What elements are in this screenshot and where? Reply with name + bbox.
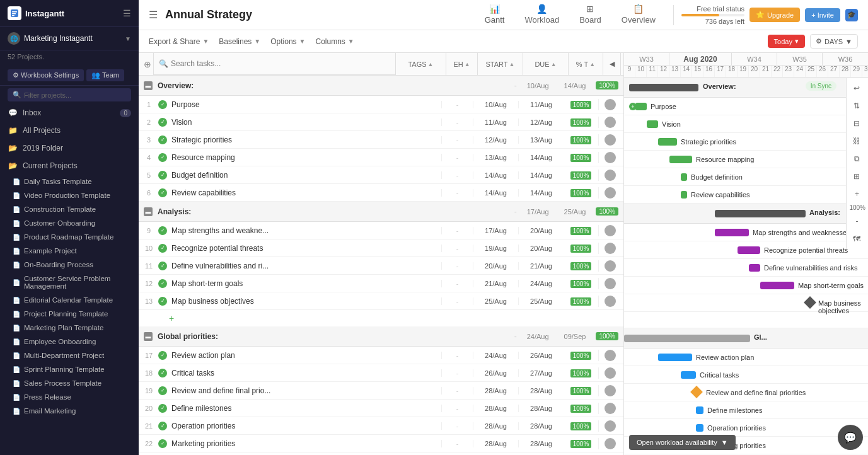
sidebar-project-press-release[interactable]: 📄 Press Release — [0, 390, 139, 404]
workload-availability-button[interactable]: Open workload availability ▼ — [629, 435, 736, 450]
task-name[interactable]: Resource mapping — [169, 153, 441, 162]
sort-tool-btn[interactable]: ⇅ — [849, 98, 864, 113]
task-check[interactable]: ✓ — [156, 188, 169, 197]
add-analysis-task-row[interactable]: + — [139, 310, 623, 326]
upgrade-button[interactable]: ⭐ Upgrade — [749, 8, 800, 22]
sidebar-item-inbox[interactable]: 💬 Inbox 0 — [0, 104, 139, 122]
col-header-tags[interactable]: TAGS ▲ — [396, 53, 446, 75]
task-check[interactable]: ✓ — [156, 351, 169, 360]
tab-overview[interactable]: 📋 Overview — [611, 0, 666, 33]
project-doc-icon-10: 📄 — [13, 311, 20, 318]
task-name[interactable]: Operation priorities — [169, 422, 441, 430]
team-btn[interactable]: 👥 Team — [86, 69, 124, 81]
sidebar-project-email-marketing[interactable]: 📄 Email Marketing — [0, 404, 139, 418]
group-overview-header[interactable]: ▬ Overview: - 10/Aug 14/Aug 100% — [139, 76, 623, 96]
col-header-start[interactable]: START ▲ — [478, 53, 523, 75]
filter-tool-btn[interactable]: ⊟ — [849, 116, 864, 131]
baselines-btn[interactable]: Baselines ▼ — [219, 37, 260, 46]
add-col-btn[interactable]: ⊕ — [141, 53, 154, 75]
task-name[interactable]: Define milestones — [169, 404, 441, 413]
filter-projects-input[interactable] — [24, 91, 126, 99]
link-tool-btn[interactable]: ⛓ — [849, 134, 864, 149]
sidebar-item-2019-folder[interactable]: 📂 2019 Folder — [0, 139, 139, 157]
sidebar-collapse-icon[interactable]: ☰ — [123, 8, 131, 18]
copy-tool-btn[interactable]: ⧉ — [849, 151, 864, 166]
sidebar-project-product-roadmap[interactable]: 📄 Product Roadmap Template — [0, 230, 139, 244]
task-check[interactable]: ✓ — [156, 244, 169, 253]
col-header-pct[interactable]: % T ▲ — [569, 53, 603, 75]
task-name[interactable]: Map short-term goals — [169, 279, 441, 288]
workbook-settings-btn[interactable]: ⚙ Workbook Settings — [8, 69, 84, 81]
task-check[interactable]: ✓ — [156, 369, 169, 377]
task-name[interactable]: Review capabilities — [169, 188, 441, 197]
invite-button[interactable]: + Invite — [805, 8, 840, 22]
task-check[interactable]: ✓ — [156, 262, 169, 270]
task-name[interactable]: Map strengths and weakne... — [169, 226, 441, 235]
sidebar-project-daily-tasks[interactable]: 📄 Daily Tasks Template — [0, 175, 139, 188]
task-check[interactable]: ✓ — [156, 118, 169, 127]
chat-bubble-btn[interactable]: 💬 — [838, 425, 863, 450]
sidebar-item-current-projects[interactable]: 📂 Current Projects — [0, 157, 139, 175]
task-name[interactable]: Budget definition — [169, 171, 441, 180]
sidebar-project-customer-onboarding[interactable]: 📄 Customer Onboarding — [0, 216, 139, 230]
search-input[interactable] — [171, 59, 390, 68]
task-check[interactable]: ✓ — [156, 226, 169, 235]
sidebar-project-video-production[interactable]: 📄 Video Production Template — [0, 188, 139, 202]
task-check[interactable]: ✓ — [156, 404, 169, 413]
col-header-due[interactable]: DUE ▲ — [523, 53, 569, 75]
days-button[interactable]: ⚙ DAYS ▼ — [810, 34, 858, 49]
task-name[interactable]: Review action plan — [169, 351, 441, 360]
tab-workload[interactable]: 👤 Workload — [514, 0, 569, 33]
sidebar-project-onboarding-process[interactable]: 📄 On-Boarding Process — [0, 258, 139, 272]
org-switcher[interactable]: 🌐 Marketing Instagantt ▼ — [0, 27, 139, 50]
sidebar-project-multi-department[interactable]: 📄 Multi-Department Project — [0, 348, 139, 362]
task-name[interactable]: Recognize potential threats — [169, 244, 441, 253]
tab-board[interactable]: ⊞ Board — [569, 0, 611, 33]
sidebar-project-construction[interactable]: 📄 Construction Template — [0, 202, 139, 216]
group-global-header[interactable]: ▬ Global priorities: - 24/Aug 09/Sep 100… — [139, 326, 623, 347]
task-name[interactable]: Vision — [169, 118, 441, 127]
task-pct: 100% — [564, 351, 598, 360]
sidebar-project-marketing-plan[interactable]: 📄 Marketing Plan Template — [0, 321, 139, 335]
group-analysis-header[interactable]: ▬ Analysis: - 17/Aug 25/Aug 100% — [139, 202, 623, 222]
sidebar-item-all-projects[interactable]: 📁 All Projects — [0, 122, 139, 139]
task-name[interactable]: Marketing priorities — [169, 439, 441, 448]
task-name[interactable]: Purpose — [169, 100, 441, 109]
task-check[interactable]: ✓ — [156, 135, 169, 144]
user-avatar-icon[interactable]: 🎓 — [845, 9, 858, 21]
sidebar-project-employee-onboarding[interactable]: 📄 Employee Onboarding — [0, 335, 139, 348]
task-check[interactable]: ✓ — [156, 279, 169, 288]
columns-btn[interactable]: Columns ▼ — [315, 37, 354, 46]
export-share-btn[interactable]: Export & Share ▼ — [149, 37, 209, 46]
task-name[interactable]: Review and define final prio... — [169, 386, 441, 395]
task-check[interactable]: ✓ — [156, 297, 169, 306]
sidebar-project-project-planning[interactable]: 📄 Project Planning Template — [0, 307, 139, 321]
options-btn[interactable]: Options ▼ — [270, 37, 305, 46]
today-button[interactable]: Today ▾ — [768, 35, 805, 48]
col-header-nav[interactable]: ◀ — [603, 53, 621, 75]
task-name[interactable]: Strategic priorities — [169, 135, 441, 144]
task-check[interactable]: ✓ — [156, 100, 169, 109]
task-check[interactable]: ✓ — [156, 153, 169, 162]
task-name[interactable]: Map business objectives — [169, 297, 441, 306]
task-check[interactable]: ✓ — [156, 386, 169, 395]
task-check[interactable]: ✓ — [156, 439, 169, 448]
task-check[interactable]: ✓ — [156, 422, 169, 430]
task-name[interactable]: Define vulnerabilities and ri... — [169, 262, 441, 270]
zoom-in-btn[interactable]: + — [849, 187, 864, 202]
menu-icon[interactable]: ☰ — [149, 9, 158, 21]
zoom-out-btn[interactable]: - — [849, 214, 864, 229]
grid-tool-btn[interactable]: ⊞ — [849, 169, 864, 184]
sidebar-project-editorial-calendar[interactable]: 📄 Editorial Calendar Template — [0, 293, 139, 307]
col-header-eh[interactable]: EH ▲ — [446, 53, 478, 75]
task-name[interactable]: Critical tasks — [169, 369, 441, 377]
undo-tool-btn[interactable]: ↩ — [849, 81, 864, 96]
sidebar-project-sales-process[interactable]: 📄 Sales Process Template — [0, 376, 139, 390]
tab-gantt[interactable]: 📊 Gantt — [475, 0, 515, 33]
task-num: 13 — [141, 297, 156, 305]
sidebar-project-customer-service[interactable]: 📄 Customer Service Problem Management — [0, 272, 139, 293]
sidebar-project-example[interactable]: 📄 Example Project — [0, 244, 139, 258]
sidebar-project-sprint-planning[interactable]: 📄 Sprint Planning Template — [0, 362, 139, 376]
task-check[interactable]: ✓ — [156, 171, 169, 180]
map-tool-btn[interactable]: 🗺 — [849, 231, 864, 246]
